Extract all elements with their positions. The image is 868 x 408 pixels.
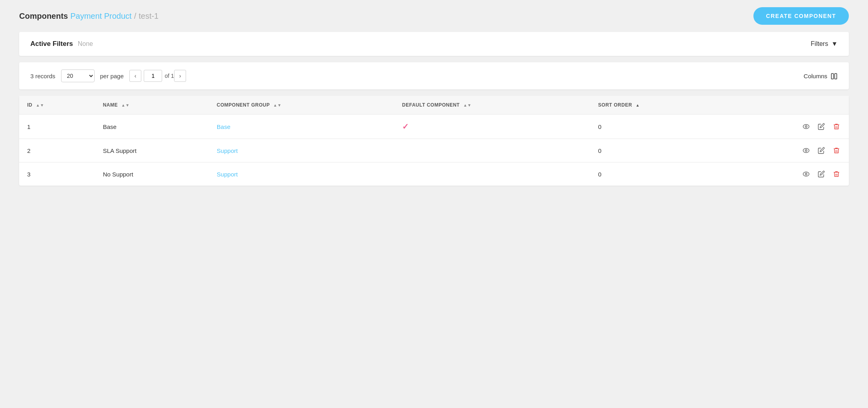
cell-actions	[722, 139, 849, 162]
active-filters-label: Active Filters	[30, 40, 73, 48]
pagination-card: 3 records 20 10 50 100 per page ‹ of 1 ›…	[19, 62, 849, 89]
svg-point-5	[805, 150, 807, 152]
svg-rect-0	[831, 73, 833, 79]
table-card: ID ▲▼ NAME ▲▼ COMPONENT GROUP ▲▼ DEFAULT…	[19, 96, 849, 186]
per-page-label: per page	[100, 73, 124, 79]
create-component-button[interactable]: CREATE COMPONENT	[753, 7, 849, 25]
svg-point-6	[803, 172, 809, 176]
page-input[interactable]	[144, 70, 162, 82]
col-actions	[722, 96, 849, 115]
col-name[interactable]: NAME ▲▼	[95, 96, 209, 115]
filter-bar: Active Filters None Filters ▼	[19, 32, 849, 56]
prev-page-button[interactable]: ‹	[129, 70, 142, 82]
svg-point-7	[805, 173, 807, 175]
delete-button[interactable]	[832, 170, 841, 178]
cell-name: No Support	[95, 162, 209, 186]
check-icon: ✓	[402, 122, 409, 131]
edit-button[interactable]	[817, 170, 826, 178]
cell-id: 2	[19, 139, 95, 162]
breadcrumb: Components Payment Product / test-1	[19, 12, 159, 21]
breadcrumb-link[interactable]: Payment Product	[70, 12, 131, 21]
active-filters-value: None	[78, 40, 93, 48]
view-button[interactable]	[802, 122, 811, 131]
col-default-component[interactable]: DEFAULT COMPONENT ▲▼	[394, 96, 590, 115]
edit-button[interactable]	[817, 122, 826, 131]
filter-card: Active Filters None Filters ▼	[19, 32, 849, 56]
cell-id: 1	[19, 115, 95, 139]
view-button[interactable]	[802, 146, 811, 155]
filter-bar-left: Active Filters None	[30, 40, 93, 48]
filters-button[interactable]: Filters ▼	[811, 40, 838, 48]
filters-button-label: Filters	[811, 40, 828, 48]
svg-point-4	[803, 149, 809, 153]
next-page-button[interactable]: ›	[174, 70, 186, 82]
svg-rect-1	[835, 73, 837, 79]
edit-button[interactable]	[817, 146, 826, 155]
page-header: Components Payment Product / test-1 CREA…	[0, 0, 868, 32]
breadcrumb-root: Components	[19, 12, 68, 21]
sort-icon-default-component: ▲▼	[463, 103, 472, 107]
col-component-group[interactable]: COMPONENT GROUP ▲▼	[209, 96, 394, 115]
filter-icon: ▼	[831, 40, 838, 48]
page-nav: ‹ of 1 ›	[129, 70, 186, 82]
cell-component-group[interactable]: Base	[209, 115, 394, 139]
col-id[interactable]: ID ▲▼	[19, 96, 95, 115]
breadcrumb-current: test-1	[139, 12, 159, 21]
cell-name: SLA Support	[95, 139, 209, 162]
svg-point-3	[805, 126, 807, 128]
delete-button[interactable]	[832, 146, 841, 155]
cell-name: Base	[95, 115, 209, 139]
columns-label: Columns	[804, 73, 827, 79]
cell-default-component	[394, 162, 590, 186]
delete-button[interactable]	[832, 122, 841, 131]
sort-icon-sort-order: ▲	[636, 103, 640, 107]
table-header-row: ID ▲▼ NAME ▲▼ COMPONENT GROUP ▲▼ DEFAULT…	[19, 96, 849, 115]
svg-point-2	[803, 125, 809, 129]
columns-icon	[830, 72, 838, 79]
per-page-select[interactable]: 20 10 50 100	[61, 69, 95, 82]
cell-default-component	[394, 139, 590, 162]
table-row: 2SLA SupportSupport0	[19, 139, 849, 162]
columns-button[interactable]: Columns	[804, 72, 838, 79]
pagination-bar-left: 3 records 20 10 50 100 per page ‹ of 1 ›	[30, 69, 186, 82]
records-count: 3 records	[30, 73, 55, 79]
pagination-bar: 3 records 20 10 50 100 per page ‹ of 1 ›…	[19, 62, 849, 89]
components-table: ID ▲▼ NAME ▲▼ COMPONENT GROUP ▲▼ DEFAULT…	[19, 96, 849, 186]
col-sort-order[interactable]: SORT ORDER ▲	[590, 96, 722, 115]
breadcrumb-separator: /	[134, 12, 137, 21]
cell-id: 3	[19, 162, 95, 186]
cell-sort-order: 0	[590, 162, 722, 186]
cell-sort-order: 0	[590, 139, 722, 162]
sort-icon-id: ▲▼	[36, 103, 44, 107]
cell-default-component: ✓	[394, 115, 590, 139]
table-row: 1BaseBase✓0	[19, 115, 849, 139]
cell-component-group[interactable]: Support	[209, 139, 394, 162]
sort-icon-component-group: ▲▼	[273, 103, 281, 107]
cell-sort-order: 0	[590, 115, 722, 139]
main-content: Active Filters None Filters ▼ 3 records …	[0, 32, 868, 208]
cell-component-group[interactable]: Support	[209, 162, 394, 186]
cell-actions	[722, 162, 849, 186]
sort-icon-name: ▲▼	[121, 103, 130, 107]
view-button[interactable]	[802, 170, 811, 178]
page-of: of 1	[164, 73, 174, 79]
table-row: 3No SupportSupport0	[19, 162, 849, 186]
cell-actions	[722, 115, 849, 139]
